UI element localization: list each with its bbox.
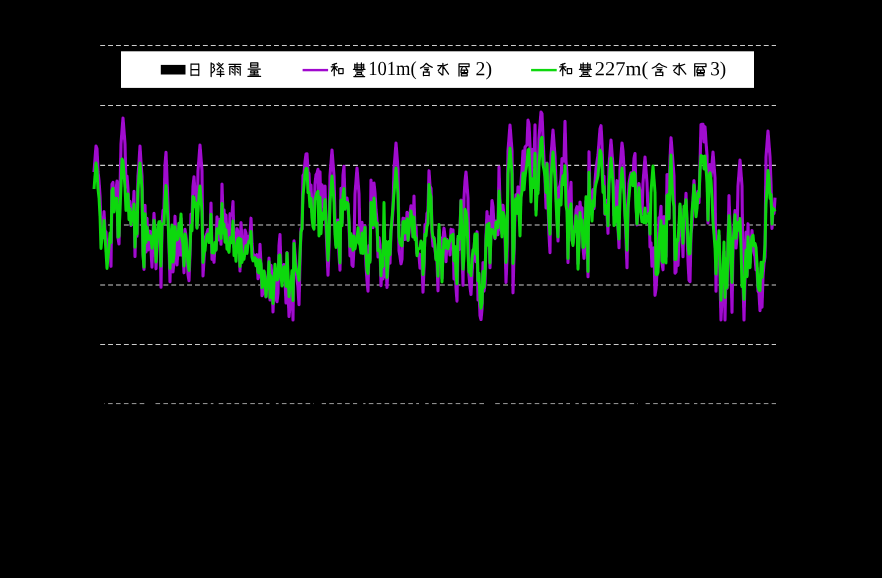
svg-text:3): 3) xyxy=(710,58,726,80)
svg-text:101m(: 101m( xyxy=(368,58,417,80)
svg-text:227m(: 227m( xyxy=(595,58,649,80)
svg-text:2): 2) xyxy=(476,58,493,80)
